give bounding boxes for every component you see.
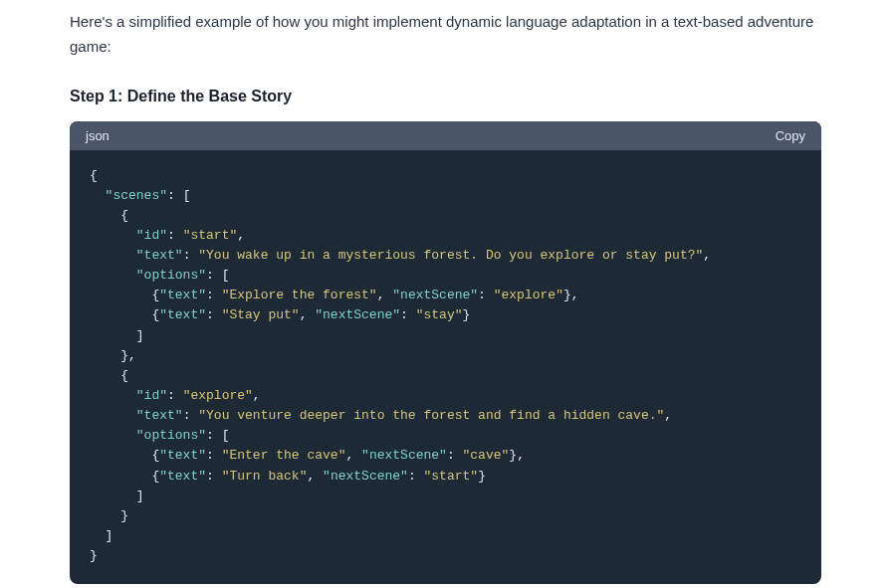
code-block: json Copy { "scenes": [ { "id": "start",… xyxy=(70,121,821,585)
code-body: { "scenes": [ { "id": "start", "text": "… xyxy=(70,150,821,585)
step-heading: Step 1: Define the Base Story xyxy=(70,88,821,105)
code-header: json Copy xyxy=(70,121,821,150)
intro-paragraph: Here's a simplified example of how you m… xyxy=(70,10,821,60)
copy-button[interactable]: Copy xyxy=(776,128,805,143)
content-container: Here's a simplified example of how you m… xyxy=(0,0,891,588)
code-content: { "scenes": [ { "id": "start", "text": "… xyxy=(90,166,801,567)
code-language-label: json xyxy=(86,128,110,143)
